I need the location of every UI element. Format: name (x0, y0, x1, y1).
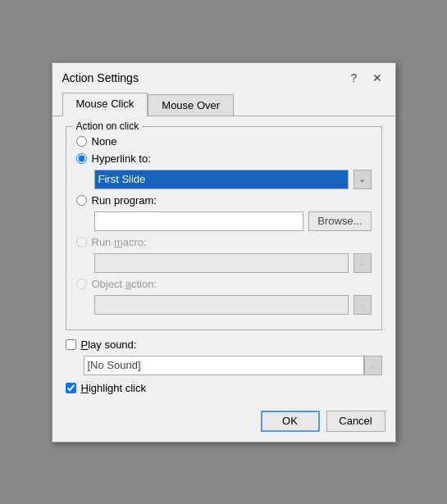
tab-mouse-over[interactable]: Mouse Over (148, 94, 234, 116)
action-on-click-group: Action on click None Hyperlink to: First… (66, 126, 382, 330)
object-action-dropdown-row: ⌄ (94, 295, 372, 315)
object-action-radio[interactable] (76, 279, 87, 289)
group-legend: Action on click (73, 120, 143, 132)
dialog-content: Action on click None Hyperlink to: First… (52, 116, 395, 404)
hyperlink-radio[interactable] (76, 153, 87, 164)
object-action-label[interactable]: Object action: (92, 278, 157, 290)
cancel-button[interactable]: Cancel (326, 411, 385, 432)
play-sound-label[interactable]: Play sound: (81, 338, 137, 351)
ok-button[interactable]: OK (261, 411, 320, 432)
run-program-input[interactable] (94, 211, 304, 231)
run-macro-dropdown[interactable] (94, 253, 349, 273)
button-row: OK Cancel (52, 404, 395, 442)
sound-dropdown-chevron[interactable]: ⌄ (364, 356, 382, 375)
object-action-row: Object action: (76, 278, 372, 290)
close-button[interactable]: ✕ (369, 70, 385, 86)
title-icons: ? ✕ (346, 70, 385, 86)
none-label[interactable]: None (92, 135, 117, 148)
tabs-container: Mouse Click Mouse Over (62, 93, 385, 116)
help-button[interactable]: ? (346, 70, 363, 86)
browse-button[interactable]: Browse... (308, 211, 371, 231)
sound-dropdown[interactable]: [No Sound] (84, 356, 364, 375)
object-action-dropdown[interactable] (94, 295, 349, 315)
none-row: None (76, 135, 372, 148)
run-macro-radio[interactable] (76, 237, 87, 247)
highlight-click-checkbox[interactable] (66, 383, 76, 393)
none-radio[interactable] (76, 136, 87, 147)
run-program-label[interactable]: Run program: (92, 194, 157, 207)
play-sound-row: Play sound: (66, 338, 382, 351)
title-bar: Action Settings ? ✕ (52, 63, 395, 86)
run-macro-dropdown-row: ⌄ (94, 253, 372, 273)
hyperlink-label[interactable]: Hyperlink to: (92, 152, 151, 165)
hyperlink-dropdown[interactable]: First Slide (94, 170, 349, 189)
run-macro-chevron[interactable]: ⌄ (353, 253, 372, 273)
action-settings-dialog: Action Settings ? ✕ Mouse Click Mouse Ov… (52, 62, 396, 443)
play-sound-checkbox[interactable] (66, 339, 76, 350)
hyperlink-row: Hyperlink to: (76, 152, 372, 165)
highlight-click-label[interactable]: Highlight click (81, 382, 146, 394)
sound-dropdown-wrapper: [No Sound] ⌄ (84, 356, 382, 375)
run-program-radio[interactable] (76, 195, 87, 206)
run-program-row: Run program: (76, 194, 372, 207)
highlight-click-row: Highlight click (66, 382, 382, 394)
tab-mouse-click[interactable]: Mouse Click (62, 93, 148, 116)
hyperlink-chevron[interactable]: ⌄ (353, 170, 372, 189)
hyperlink-dropdown-row: First Slide ⌄ (94, 170, 372, 189)
run-macro-label[interactable]: Run macro: (92, 236, 147, 248)
object-action-chevron[interactable]: ⌄ (353, 295, 372, 315)
run-macro-row: Run macro: (76, 236, 372, 248)
dialog-title: Action Settings (62, 71, 139, 84)
run-program-input-row: Browse... (94, 211, 372, 231)
